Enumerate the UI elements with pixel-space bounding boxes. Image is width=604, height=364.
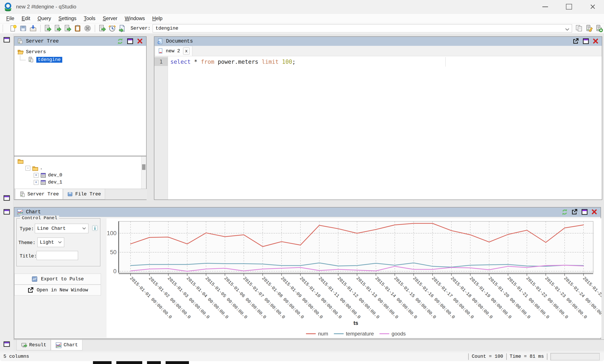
title-label: Title:	[20, 253, 37, 259]
tab-file-tree[interactable]: File Tree	[63, 189, 105, 200]
menu-item-edit[interactable]: Edit	[18, 15, 34, 21]
menu-item-query[interactable]: Query	[34, 15, 55, 21]
external-icon[interactable]	[571, 209, 578, 215]
open-in-new-window-button[interactable]: Open in New Window	[14, 285, 101, 295]
documents-header-icons	[569, 38, 599, 45]
edit-server-icon[interactable]	[585, 25, 593, 32]
menu-item-settings[interactable]: Settings	[55, 15, 80, 21]
expand-toggle[interactable]: +	[34, 180, 38, 185]
close-icon[interactable]	[592, 38, 599, 45]
tab-chart[interactable]: Chart	[51, 340, 82, 350]
theme-select[interactable]: Light	[38, 238, 64, 247]
tab-close-button[interactable]: x	[183, 47, 189, 55]
export-to-pulse-button[interactable]: Export to Pulse	[14, 274, 101, 284]
menu-item-tools[interactable]: Tools	[80, 15, 99, 21]
document-tab-bar: new 2 x	[154, 46, 602, 56]
window-title: new 2 #tdengine - qStudio	[16, 4, 76, 10]
legend-item-goods[interactable]: goods	[379, 331, 405, 337]
document-tab-label: new 2	[166, 49, 180, 54]
cancel-query-icon[interactable]	[84, 25, 91, 32]
send-to-server-icon[interactable]	[98, 25, 106, 32]
close-button[interactable]	[588, 2, 598, 12]
script-icon[interactable]	[118, 25, 126, 32]
expand-toggle[interactable]: +	[34, 173, 38, 178]
menu-item-file[interactable]: File	[3, 15, 18, 21]
status-bar-right: Count = 100 Time = 81 ms	[465, 353, 600, 360]
chevron-down-icon	[82, 226, 86, 231]
close-icon[interactable]	[591, 209, 598, 215]
scrollbar-thumb[interactable]	[142, 164, 146, 170]
minimize-button[interactable]	[541, 2, 550, 12]
editor-gutter: 1	[154, 56, 168, 200]
server-combo-label: Server:	[131, 26, 151, 31]
maximize-icon[interactable]	[581, 209, 588, 215]
save-icon[interactable]	[19, 25, 27, 32]
close-icon[interactable]	[137, 38, 144, 45]
legend-line-marker	[306, 333, 316, 334]
table-icon	[40, 179, 46, 186]
tab-label: Server Tree	[27, 191, 59, 197]
maximize-icon[interactable]	[582, 38, 589, 45]
status-divider	[506, 353, 507, 360]
tree-item-tdengine[interactable]: tdengine	[14, 56, 146, 63]
legend-line-marker	[334, 333, 344, 334]
dock-window-icon[interactable]	[3, 341, 11, 348]
code-line[interactable]: select * from power.meters limit 100;	[170, 58, 296, 66]
copy-icon[interactable]	[575, 25, 583, 32]
theme-label: Theme:	[18, 240, 36, 246]
new-file-icon[interactable]	[9, 25, 17, 32]
tree-item-servers[interactable]: Servers	[14, 48, 146, 56]
refresh-icon[interactable]	[117, 38, 124, 45]
collapse-toggle[interactable]: -	[25, 166, 30, 171]
file-tree-item[interactable]	[14, 157, 146, 164]
server-icon	[28, 56, 34, 63]
dock-restore-icon[interactable]	[3, 36, 11, 43]
result-chart-tabs: ResultChart	[13, 339, 604, 351]
dock-window-icon[interactable]	[3, 208, 11, 215]
menu-item-help[interactable]: Help	[149, 15, 166, 21]
tab-server-tree[interactable]: Server Tree	[15, 189, 63, 200]
run-script-icon[interactable]	[64, 25, 72, 32]
workspace: Server Tree Servers tdengine -.+dev_0+de…	[0, 34, 604, 351]
chart-panel-header: Chart	[14, 208, 601, 217]
menu-item-server[interactable]: Server	[99, 15, 121, 21]
document-tab-new-2[interactable]: new 2 x	[155, 46, 192, 56]
add-server-icon[interactable]	[595, 25, 603, 32]
open-file-icon[interactable]	[29, 25, 37, 32]
open-in-new-window-label: Open in New Window	[37, 288, 88, 293]
code-token: *	[191, 59, 201, 65]
progress-bar	[550, 353, 600, 360]
chart-header-icons	[558, 209, 598, 215]
tab-result[interactable]: Result	[16, 340, 51, 350]
dock-window-icon[interactable]	[3, 195, 11, 201]
title-bar: new 2 #tdengine - qStudio	[0, 0, 604, 14]
scrollbar[interactable]	[141, 156, 146, 189]
chart-title-input[interactable]	[37, 251, 78, 260]
server-tree: Servers tdengine	[14, 46, 146, 156]
chart-panel: Chart Control Panel Type: Line Chart i T…	[14, 207, 601, 339]
maximize-icon[interactable]	[127, 38, 134, 45]
chart-type-select[interactable]: Line Chart	[35, 224, 88, 233]
tab-label: Chart	[63, 342, 78, 348]
run-selection-icon[interactable]	[54, 25, 62, 32]
file-tree-item-dev_1[interactable]: +dev_1	[14, 179, 146, 186]
server-tree-panel: Server Tree Servers tdengine -.+dev_0+de…	[14, 36, 147, 200]
toolbar-drag-handle[interactable]	[3, 25, 5, 32]
refresh-icon[interactable]	[561, 209, 568, 215]
sql-editor[interactable]: 1 select * from power.meters limit 100;	[154, 56, 602, 200]
file-tree-item-dev_0[interactable]: +dev_0	[14, 172, 146, 179]
server-tree-header-icons	[114, 38, 144, 45]
maximize-button[interactable]	[564, 2, 574, 12]
menu-item-windows[interactable]: Windows	[121, 15, 149, 21]
legend-item-temperature[interactable]: temperature	[334, 331, 374, 337]
file-tree-preview: -.+dev_0+dev_1	[14, 156, 146, 190]
legend-item-num[interactable]: num	[306, 331, 328, 337]
external-icon[interactable]	[572, 38, 579, 45]
documents-panel-title: Documents	[166, 38, 193, 44]
server-combo[interactable]: tdengine	[153, 24, 572, 32]
schedule-icon[interactable]	[108, 25, 116, 32]
file-tree-item-.[interactable]: -.	[14, 164, 146, 172]
run-line-icon[interactable]	[44, 25, 52, 32]
clipboard-icon[interactable]	[74, 25, 81, 32]
info-icon[interactable]: i	[91, 225, 98, 231]
